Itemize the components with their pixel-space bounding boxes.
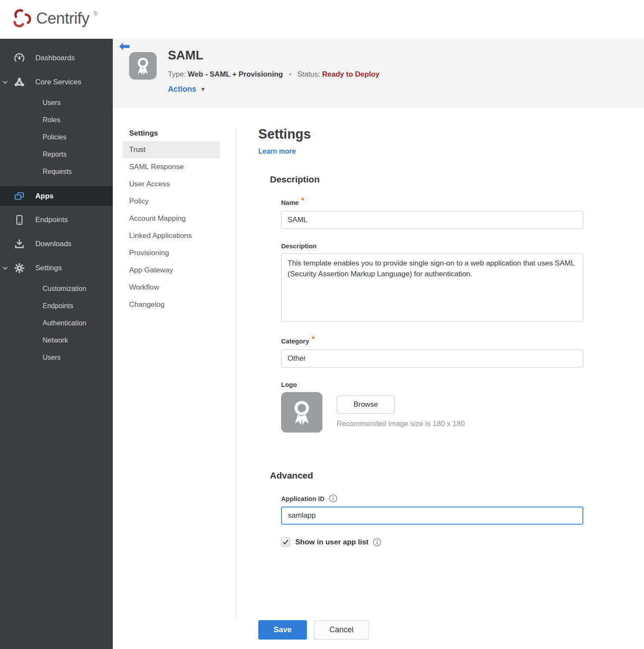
subnav-item-app-gateway[interactable]: App Gateway [123,262,220,279]
sidebar-item-policies[interactable]: Policies [0,129,113,146]
app-header: SAML Type: Web - SAML + Provisioning • S… [113,39,644,108]
description-label: Description [281,242,583,250]
phone-icon [14,214,25,226]
sidebar: Dashboards Core Services Users Roles Pol… [0,39,113,649]
top-bar: Centrify ® [0,0,644,39]
settings-form: Settings Learn more Description Name * D… [258,108,598,547]
brand-trademark: ® [93,11,97,17]
core-services-icon [14,77,25,88]
category-field[interactable] [281,349,583,368]
vertical-divider [236,128,236,620]
type-value: Web - SAML + Provisioning [188,70,283,78]
category-label: Category * [281,337,583,346]
sidebar-item-requests[interactable]: Requests [0,163,113,180]
sidebar-item-settings-users[interactable]: Users [0,349,113,366]
subnav-item-trust[interactable]: Trust [123,141,220,158]
sidebar-item-users[interactable]: Users [0,94,113,111]
learn-more-link[interactable]: Learn more [258,148,296,155]
subnav-header: Settings [123,126,220,141]
checkmark-icon [282,539,289,545]
subnav-item-account-mapping[interactable]: Account Mapping [123,210,220,227]
application-id-label: Application ID [281,494,583,503]
browse-button[interactable]: Browse [337,396,395,414]
sidebar-item-apps[interactable]: Apps [0,186,113,206]
apps-icon [14,191,25,202]
download-icon [14,238,25,250]
meta-separator: • [289,70,291,78]
form-actions: Save Cancel [258,620,369,640]
app-logo-badge [129,52,157,80]
back-arrow-icon[interactable] [119,42,130,51]
name-field[interactable] [281,211,583,229]
subnav-item-workflow[interactable]: Workflow [123,279,220,296]
show-in-user-app-list-label: Show in user app list [295,538,368,547]
application-id-field[interactable] [281,507,583,525]
sidebar-item-label: Settings [35,264,62,272]
logo-row: Browse Recommended image size is 180 x 1… [281,392,598,433]
cancel-button[interactable]: Cancel [314,620,369,640]
show-in-user-app-list-checkbox[interactable] [281,538,290,547]
caret-down-icon: ▼ [200,86,206,93]
gauge-icon [14,53,25,64]
name-label: Name * [281,198,583,207]
sidebar-item-reports[interactable]: Reports [0,146,113,163]
advanced-section-heading: Advanced [270,470,598,481]
save-button[interactable]: Save [258,620,307,640]
sidebar-item-core-services[interactable]: Core Services [0,70,113,94]
subnav-item-saml-response[interactable]: SAML Response [123,158,220,176]
sidebar-item-authentication[interactable]: Authentication [0,315,113,332]
required-asterisk: * [301,196,304,205]
status-badge: Ready to Deploy [322,70,379,78]
logo-size-hint: Recommended image size is 180 x 180 [337,420,465,428]
sidebar-item-endpoints[interactable]: Endpoints [0,208,113,232]
app-meta: Type: Web - SAML + Provisioning • Status… [168,70,379,79]
actions-label: Actions [168,85,196,94]
sidebar-item-network[interactable]: Network [0,332,113,349]
gear-icon [14,263,25,274]
sidebar-item-settings[interactable]: Settings [0,256,113,280]
brand-name: Centrify [36,7,89,30]
logo-preview [281,392,322,433]
page-title: SAML [168,48,203,62]
sidebar-item-label: Core Services [35,78,81,87]
centrify-swirl-icon [11,7,32,30]
logo-label: Logo [281,381,583,388]
page: Centrify ® Dashboards [0,0,644,649]
sidebar-item-label: Downloads [35,240,71,248]
brand-logo: Centrify ® [11,7,97,30]
sidebar-item-label: Endpoints [35,216,68,224]
sidebar-item-dashboards[interactable]: Dashboards [0,46,113,70]
ribbon-icon [134,56,152,75]
subnav-item-provisioning[interactable]: Provisioning [123,244,220,262]
type-label: Type: [168,70,186,78]
subnav-item-policy[interactable]: Policy [123,193,220,210]
sidebar-item-label: Apps [35,192,54,201]
description-field[interactable]: This template enables you to provide sin… [281,253,583,321]
chevron-down-icon [2,79,8,85]
ribbon-icon [290,399,314,426]
actions-menu-button[interactable]: Actions ▼ [168,85,206,94]
sidebar-item-customization[interactable]: Customization [0,280,113,297]
sidebar-item-settings-endpoints[interactable]: Endpoints [0,297,113,315]
show-in-user-app-list-row: Show in user app list [281,538,598,547]
form-title: Settings [258,127,598,142]
info-icon[interactable] [329,494,337,503]
subnav-item-changelog[interactable]: Changelog [123,296,220,313]
subnav-item-user-access[interactable]: User Access [123,176,220,193]
chevron-down-icon [2,265,8,271]
settings-subnav: Settings Trust SAML Response User Access… [123,126,220,313]
status-label: Status: [297,70,320,78]
subnav-item-linked-applications[interactable]: Linked Applications [123,227,220,244]
sidebar-item-label: Dashboards [35,54,75,62]
sidebar-item-downloads[interactable]: Downloads [0,232,113,256]
sidebar-item-roles[interactable]: Roles [0,111,113,129]
required-asterisk: * [312,335,315,344]
info-icon[interactable] [373,538,381,547]
description-section-heading: Description [270,174,598,185]
